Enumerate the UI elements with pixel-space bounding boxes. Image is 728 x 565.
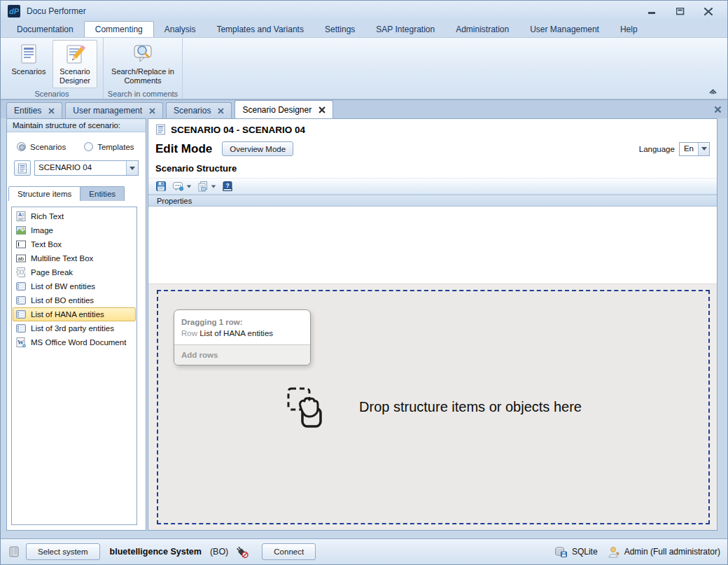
ribbon-group-scenarios: Scenarios xyxy=(1,38,104,99)
ribbon-tab-commenting[interactable]: Commenting xyxy=(84,21,154,37)
scenarios-button[interactable]: Scenarios xyxy=(6,40,51,79)
radio-scenarios-circle[interactable] xyxy=(17,142,26,151)
list-item-list-of-hana-entities[interactable]: List of HANA entities xyxy=(13,307,136,321)
doc-tab-scenarios-label: Scenarios xyxy=(174,106,211,116)
edit-mode-label: Edit Mode xyxy=(155,142,212,156)
overview-mode-button[interactable]: Overview Mode xyxy=(222,141,293,156)
ribbon-tab-documentation[interactable]: Documentation xyxy=(6,22,84,37)
properties-header: Properties xyxy=(148,195,717,207)
database-label: SQLite xyxy=(572,547,598,557)
system-library-icon[interactable] xyxy=(8,545,20,558)
drag-drop-hand-icon xyxy=(285,385,330,430)
entity-list-icon xyxy=(15,281,27,292)
rich-text-icon: A xyxy=(15,211,27,222)
scenario-designer-icon xyxy=(64,43,86,65)
entity-list-icon xyxy=(15,309,27,320)
tab-structure-items[interactable]: Structure items xyxy=(8,186,80,201)
ribbon-tab-templates-variants[interactable]: Templates and Variants xyxy=(206,22,314,37)
connect-button[interactable]: Connect xyxy=(262,543,316,560)
structure-canvas: Dragging 1 row: Row List of HANA entitie… xyxy=(148,284,717,530)
language-combobox[interactable]: En xyxy=(679,142,710,156)
scenario-structure-heading: Scenario Structure xyxy=(148,156,717,174)
comment-icon xyxy=(172,181,184,192)
doc-tab-entities[interactable]: Entities xyxy=(6,102,62,118)
list-item-label: List of 3rd party entities xyxy=(31,324,114,333)
tab-close-icon[interactable] xyxy=(48,108,55,114)
radio-scenarios[interactable]: Scenarios xyxy=(17,142,66,151)
list-item-list-of-bo-entities[interactable]: List of BO entities xyxy=(13,293,136,307)
drop-hint-text: Drop structure items or objects here xyxy=(359,399,582,415)
window-title: Docu Performer xyxy=(27,6,86,16)
list-item-image[interactable]: Image xyxy=(13,223,136,237)
tabstrip-close-icon[interactable] xyxy=(714,106,722,113)
select-system-button[interactable]: Select system xyxy=(26,543,100,560)
doc-tab-scenario-designer[interactable]: Scenario Designer xyxy=(234,100,333,118)
ribbon-tab-analysis[interactable]: Analysis xyxy=(154,22,206,37)
scenario-designer-button[interactable]: Scenario Designer xyxy=(52,40,97,88)
minimize-button[interactable] xyxy=(645,6,660,17)
collapse-ribbon-icon[interactable] xyxy=(708,88,718,95)
doc-tab-scenarios[interactable]: Scenarios xyxy=(166,102,232,118)
image-icon xyxy=(15,225,27,236)
ribbon-tab-sap-integration[interactable]: SAP Integration xyxy=(365,22,445,37)
scenario-document-icon-button[interactable] xyxy=(14,160,31,176)
svg-text:W: W xyxy=(18,339,24,346)
list-item-list-of-bw-entities[interactable]: List of BW entities xyxy=(13,279,136,293)
radio-templates[interactable]: Templates xyxy=(84,142,134,151)
list-item-multiline-text-box[interactable]: ab Multiline Text Box xyxy=(13,251,136,265)
comment-dropdown-button[interactable] xyxy=(171,180,193,193)
ribbon-tab-settings[interactable]: Settings xyxy=(314,22,365,37)
tab-close-icon[interactable] xyxy=(318,106,326,113)
list-item-text-box[interactable]: Text Box xyxy=(13,237,136,251)
status-bar: Select system bluetelligence System (BO)… xyxy=(1,538,727,564)
scenario-title: SCENARIO 04 - SCENARIO 04 xyxy=(171,125,305,135)
entity-list-icon xyxy=(15,295,27,306)
doc-tab-user-management-label: User management xyxy=(73,106,142,116)
help-button[interactable]: ? xyxy=(220,180,234,193)
save-button[interactable] xyxy=(154,180,168,193)
scenario-combobox[interactable]: SCENARIO 04 xyxy=(34,160,139,176)
scenario-selector-row: SCENARIO 04 xyxy=(7,151,146,176)
search-replace-button-label: Search/Replace in Comments xyxy=(111,67,174,85)
ribbon-group-search-label: Search in comments xyxy=(104,88,182,99)
list-item-page-break[interactable]: Page Break xyxy=(13,265,136,279)
structure-items-list: A Rich Text Image Text Box ab Multiline … xyxy=(11,207,137,525)
dropdown-arrow-icon xyxy=(187,185,191,188)
search-replace-comments-button[interactable]: Search/Replace in Comments xyxy=(109,40,176,88)
list-item-list-of-3rd-party-entities[interactable]: List of 3rd party entities xyxy=(13,321,136,335)
svg-text:ab: ab xyxy=(18,256,24,262)
doc-tab-user-management[interactable]: User management xyxy=(65,102,163,118)
ribbon: Scenarios xyxy=(1,38,727,99)
text-box-icon xyxy=(15,239,27,250)
system-type: (BO) xyxy=(210,547,228,557)
list-item-label: Text Box xyxy=(31,240,62,249)
scope-radio-group: Scenarios Templates xyxy=(7,132,146,151)
list-item-label: List of HANA entities xyxy=(31,310,104,319)
tab-close-icon[interactable] xyxy=(149,108,155,114)
scenario-structure-sidebar: Maintain structure of scenario: Scenario… xyxy=(6,118,146,531)
language-combobox-arrow[interactable] xyxy=(698,143,709,155)
scenarios-document-icon xyxy=(18,43,40,65)
drop-zone[interactable]: Dragging 1 row: Row List of HANA entitie… xyxy=(157,290,710,524)
ribbon-tab-user-management[interactable]: User Management xyxy=(519,22,610,37)
scenario-combobox-arrow[interactable] xyxy=(126,161,138,175)
user-icon xyxy=(608,546,620,558)
close-button[interactable] xyxy=(701,6,716,17)
ribbon-tab-administration[interactable]: Administration xyxy=(445,22,519,37)
word-document-icon: W xyxy=(15,337,27,348)
document-tab-strip: Entities User management Scenarios Scena… xyxy=(1,99,727,118)
scenario-designer-panel: SCENARIO 04 - SCENARIO 04 Edit Mode Over… xyxy=(148,118,718,531)
scenario-designer-button-label: Scenario Designer xyxy=(55,67,95,85)
tab-close-icon[interactable] xyxy=(218,108,224,114)
scenario-title-icon xyxy=(155,124,166,135)
ribbon-tab-help[interactable]: Help xyxy=(610,22,648,37)
maximize-button[interactable] xyxy=(673,6,688,17)
tab-entities[interactable]: Entities xyxy=(80,186,125,201)
structure-toolbar: ? xyxy=(148,178,717,195)
list-item-ms-office-word-document[interactable]: W MS Office Word Document xyxy=(13,335,136,349)
list-item-rich-text[interactable]: A Rich Text xyxy=(13,209,136,223)
radio-templates-label: Templates xyxy=(97,143,134,151)
list-item-label: List of BW entities xyxy=(31,282,95,291)
copy-dropdown-button[interactable] xyxy=(196,180,218,193)
radio-templates-circle[interactable] xyxy=(84,142,93,151)
